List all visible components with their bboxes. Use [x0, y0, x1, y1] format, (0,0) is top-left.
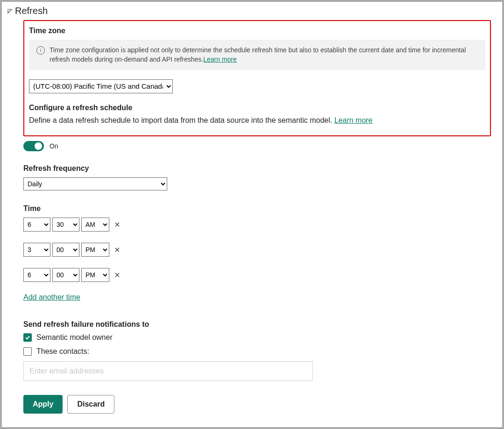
schedule-description: Define a data refresh schedule to import…: [29, 116, 334, 124]
owner-checkbox-label: Semantic model owner: [36, 333, 113, 342]
button-row: Apply Discard: [23, 395, 491, 414]
apply-button[interactable]: Apply: [23, 395, 63, 414]
time-minute-select[interactable]: 00: [52, 268, 79, 282]
contacts-email-input[interactable]: [23, 361, 313, 381]
timezone-learn-more-link[interactable]: Learn more: [203, 56, 237, 63]
time-label: Time: [23, 204, 491, 213]
expander-icon: [7, 8, 13, 14]
timezone-heading: Time zone: [29, 27, 485, 35]
section-title: Refresh: [15, 6, 48, 16]
notifications-heading: Send refresh failure notifications to: [23, 320, 491, 329]
time-ampm-select[interactable]: AM: [81, 218, 109, 232]
time-row: 6 00 PM: [23, 268, 491, 282]
contacts-checkbox-label: These contacts:: [36, 347, 89, 356]
timezone-info-text: Time zone configuration is applied not o…: [50, 45, 478, 64]
notifications-block: Send refresh failure notifications to Se…: [23, 320, 491, 381]
refresh-section-header[interactable]: Refresh: [7, 6, 497, 16]
contacts-checkbox-row: These contacts:: [23, 347, 491, 356]
timezone-info-banner: i Time zone configuration is applied not…: [29, 40, 485, 70]
schedule-description-row: Define a data refresh schedule to import…: [29, 115, 485, 126]
time-hour-select[interactable]: 6: [23, 218, 50, 232]
time-hour-select[interactable]: 3: [23, 243, 50, 257]
time-hour-select[interactable]: 6: [23, 268, 50, 282]
time-minute-select[interactable]: 30: [52, 218, 79, 232]
toggle-label: On: [50, 142, 58, 150]
schedule-toggle-row: On: [23, 141, 491, 151]
time-block: Time 6 30 AM 3 00 PM 6 00 PM Add another…: [23, 204, 491, 302]
time-row: 6 30 AM: [23, 218, 491, 232]
refresh-content: Time zone i Time zone configuration is a…: [7, 20, 497, 414]
remove-time-icon[interactable]: [113, 220, 121, 229]
time-ampm-select[interactable]: PM: [81, 243, 109, 257]
schedule-heading: Configure a refresh schedule: [29, 104, 485, 112]
time-minute-select[interactable]: 00: [52, 243, 79, 257]
timezone-select[interactable]: (UTC-08:00) Pacific Time (US and Canada): [29, 79, 173, 93]
highlighted-region: Time zone i Time zone configuration is a…: [23, 20, 491, 136]
owner-checkbox-row: Semantic model owner: [23, 333, 491, 342]
discard-button[interactable]: Discard: [67, 395, 114, 414]
info-icon: i: [36, 46, 45, 55]
schedule-toggle[interactable]: [23, 141, 44, 151]
time-ampm-select[interactable]: PM: [81, 268, 109, 282]
refresh-settings-panel: Refresh Time zone i Time zone configurat…: [2, 2, 502, 427]
frequency-block: Refresh frequency Daily: [23, 164, 491, 190]
add-another-time-link[interactable]: Add another time: [23, 293, 80, 301]
frequency-select[interactable]: Daily: [23, 177, 167, 190]
time-row: 3 00 PM: [23, 243, 491, 257]
owner-checkbox[interactable]: [23, 333, 32, 342]
remove-time-icon[interactable]: [113, 246, 121, 254]
schedule-learn-more-link[interactable]: Learn more: [334, 116, 373, 124]
frequency-label: Refresh frequency: [23, 164, 491, 173]
remove-time-icon[interactable]: [113, 271, 121, 279]
contacts-checkbox[interactable]: [23, 347, 32, 356]
